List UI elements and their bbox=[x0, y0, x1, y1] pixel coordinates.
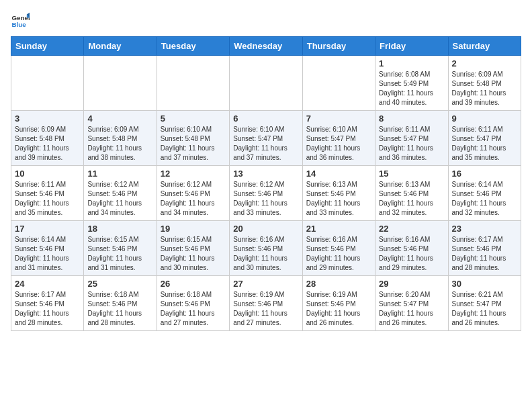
calendar-cell: 8Sunrise: 6:11 AM Sunset: 5:47 PM Daylig… bbox=[375, 111, 448, 166]
calendar-cell: 11Sunrise: 6:12 AM Sunset: 5:46 PM Dayli… bbox=[84, 166, 157, 221]
day-info: Sunrise: 6:12 AM Sunset: 5:46 PM Dayligh… bbox=[161, 180, 226, 218]
calendar-cell bbox=[157, 56, 229, 111]
day-number: 26 bbox=[161, 279, 226, 289]
calendar-cell bbox=[84, 56, 157, 111]
day-number: 27 bbox=[233, 279, 298, 289]
calendar-cell: 29Sunrise: 6:20 AM Sunset: 5:47 PM Dayli… bbox=[375, 276, 448, 331]
calendar-cell: 22Sunrise: 6:16 AM Sunset: 5:46 PM Dayli… bbox=[375, 221, 448, 276]
day-number: 2 bbox=[452, 58, 517, 68]
calendar-cell: 21Sunrise: 6:16 AM Sunset: 5:46 PM Dayli… bbox=[302, 221, 375, 276]
calendar-cell: 13Sunrise: 6:12 AM Sunset: 5:46 PM Dayli… bbox=[230, 166, 302, 221]
calendar-cell: 1Sunrise: 6:08 AM Sunset: 5:49 PM Daylig… bbox=[375, 56, 448, 111]
day-number: 3 bbox=[15, 113, 80, 124]
day-number: 12 bbox=[161, 169, 226, 179]
day-number: 19 bbox=[161, 224, 226, 234]
day-number: 29 bbox=[379, 279, 444, 289]
day-info: Sunrise: 6:14 AM Sunset: 5:46 PM Dayligh… bbox=[452, 180, 517, 218]
calendar-cell: 20Sunrise: 6:16 AM Sunset: 5:46 PM Dayli… bbox=[230, 221, 302, 276]
calendar-cell: 16Sunrise: 6:14 AM Sunset: 5:46 PM Dayli… bbox=[448, 166, 521, 221]
calendar-cell: 15Sunrise: 6:13 AM Sunset: 5:46 PM Dayli… bbox=[375, 166, 448, 221]
weekday-header: Wednesday bbox=[230, 37, 302, 56]
day-info: Sunrise: 6:10 AM Sunset: 5:47 PM Dayligh… bbox=[233, 125, 298, 163]
day-info: Sunrise: 6:17 AM Sunset: 5:46 PM Dayligh… bbox=[452, 235, 517, 273]
weekday-header: Monday bbox=[84, 37, 157, 56]
day-number: 6 bbox=[233, 113, 298, 124]
day-number: 28 bbox=[306, 279, 371, 289]
logo-icon: General Blue bbox=[11, 11, 30, 30]
day-number: 23 bbox=[452, 224, 517, 234]
calendar-header-row: SundayMondayTuesdayWednesdayThursdayFrid… bbox=[11, 37, 521, 56]
day-number: 20 bbox=[233, 224, 298, 234]
day-number: 8 bbox=[379, 113, 444, 124]
day-number: 9 bbox=[452, 113, 517, 124]
calendar-cell: 17Sunrise: 6:14 AM Sunset: 5:46 PM Dayli… bbox=[11, 221, 84, 276]
day-info: Sunrise: 6:19 AM Sunset: 5:46 PM Dayligh… bbox=[306, 290, 371, 328]
calendar-week-row: 1Sunrise: 6:08 AM Sunset: 5:49 PM Daylig… bbox=[11, 56, 521, 111]
calendar-cell: 4Sunrise: 6:09 AM Sunset: 5:48 PM Daylig… bbox=[84, 111, 157, 166]
calendar-cell: 18Sunrise: 6:15 AM Sunset: 5:46 PM Dayli… bbox=[84, 221, 157, 276]
calendar-cell: 3Sunrise: 6:09 AM Sunset: 5:48 PM Daylig… bbox=[11, 111, 84, 166]
day-number: 17 bbox=[15, 224, 80, 234]
day-number: 18 bbox=[87, 224, 152, 234]
calendar-cell: 14Sunrise: 6:13 AM Sunset: 5:46 PM Dayli… bbox=[302, 166, 375, 221]
day-number: 4 bbox=[87, 113, 152, 124]
day-info: Sunrise: 6:11 AM Sunset: 5:47 PM Dayligh… bbox=[379, 125, 444, 163]
calendar-cell: 2Sunrise: 6:09 AM Sunset: 5:48 PM Daylig… bbox=[448, 56, 521, 111]
day-info: Sunrise: 6:15 AM Sunset: 5:46 PM Dayligh… bbox=[161, 235, 226, 273]
calendar-cell: 28Sunrise: 6:19 AM Sunset: 5:46 PM Dayli… bbox=[302, 276, 375, 331]
day-info: Sunrise: 6:10 AM Sunset: 5:48 PM Dayligh… bbox=[161, 125, 226, 163]
calendar-week-row: 3Sunrise: 6:09 AM Sunset: 5:48 PM Daylig… bbox=[11, 111, 521, 166]
day-info: Sunrise: 6:16 AM Sunset: 5:46 PM Dayligh… bbox=[306, 235, 371, 273]
day-info: Sunrise: 6:16 AM Sunset: 5:46 PM Dayligh… bbox=[379, 235, 444, 273]
day-number: 13 bbox=[233, 169, 298, 179]
day-info: Sunrise: 6:12 AM Sunset: 5:46 PM Dayligh… bbox=[233, 180, 298, 218]
day-number: 22 bbox=[379, 224, 444, 234]
weekday-header: Friday bbox=[375, 37, 448, 56]
svg-text:Blue: Blue bbox=[11, 21, 26, 28]
day-info: Sunrise: 6:17 AM Sunset: 5:46 PM Dayligh… bbox=[15, 290, 80, 328]
day-number: 30 bbox=[452, 279, 517, 289]
day-number: 25 bbox=[87, 279, 152, 289]
calendar-cell: 12Sunrise: 6:12 AM Sunset: 5:46 PM Dayli… bbox=[157, 166, 229, 221]
calendar-cell: 9Sunrise: 6:11 AM Sunset: 5:47 PM Daylig… bbox=[448, 111, 521, 166]
day-info: Sunrise: 6:14 AM Sunset: 5:46 PM Dayligh… bbox=[15, 235, 80, 273]
calendar-cell bbox=[11, 56, 84, 111]
calendar-cell: 7Sunrise: 6:10 AM Sunset: 5:47 PM Daylig… bbox=[302, 111, 375, 166]
day-info: Sunrise: 6:13 AM Sunset: 5:46 PM Dayligh… bbox=[379, 180, 444, 218]
calendar-cell: 10Sunrise: 6:11 AM Sunset: 5:46 PM Dayli… bbox=[11, 166, 84, 221]
day-info: Sunrise: 6:09 AM Sunset: 5:48 PM Dayligh… bbox=[452, 70, 517, 107]
calendar-cell: 27Sunrise: 6:19 AM Sunset: 5:46 PM Dayli… bbox=[230, 276, 302, 331]
day-info: Sunrise: 6:10 AM Sunset: 5:47 PM Dayligh… bbox=[306, 125, 371, 163]
day-info: Sunrise: 6:08 AM Sunset: 5:49 PM Dayligh… bbox=[379, 70, 444, 107]
calendar-cell bbox=[302, 56, 375, 111]
day-number: 21 bbox=[306, 224, 371, 234]
day-info: Sunrise: 6:11 AM Sunset: 5:46 PM Dayligh… bbox=[15, 180, 80, 218]
weekday-header: Sunday bbox=[11, 37, 84, 56]
day-number: 14 bbox=[306, 169, 371, 179]
day-info: Sunrise: 6:18 AM Sunset: 5:46 PM Dayligh… bbox=[87, 290, 152, 328]
day-number: 7 bbox=[306, 113, 371, 124]
day-number: 11 bbox=[87, 169, 152, 179]
day-info: Sunrise: 6:16 AM Sunset: 5:46 PM Dayligh… bbox=[233, 235, 298, 273]
day-info: Sunrise: 6:19 AM Sunset: 5:46 PM Dayligh… bbox=[233, 290, 298, 328]
day-info: Sunrise: 6:20 AM Sunset: 5:47 PM Dayligh… bbox=[379, 290, 444, 328]
calendar-week-row: 24Sunrise: 6:17 AM Sunset: 5:46 PM Dayli… bbox=[11, 276, 521, 331]
calendar-table: SundayMondayTuesdayWednesdayThursdayFrid… bbox=[11, 36, 521, 331]
weekday-header: Tuesday bbox=[157, 37, 229, 56]
calendar-cell: 24Sunrise: 6:17 AM Sunset: 5:46 PM Dayli… bbox=[11, 276, 84, 331]
calendar-cell: 5Sunrise: 6:10 AM Sunset: 5:48 PM Daylig… bbox=[157, 111, 229, 166]
day-number: 15 bbox=[379, 169, 444, 179]
calendar-cell: 6Sunrise: 6:10 AM Sunset: 5:47 PM Daylig… bbox=[230, 111, 302, 166]
day-info: Sunrise: 6:15 AM Sunset: 5:46 PM Dayligh… bbox=[87, 235, 152, 273]
day-info: Sunrise: 6:11 AM Sunset: 5:47 PM Dayligh… bbox=[452, 125, 517, 163]
day-info: Sunrise: 6:13 AM Sunset: 5:46 PM Dayligh… bbox=[306, 180, 371, 218]
day-number: 16 bbox=[452, 169, 517, 179]
day-number: 10 bbox=[15, 169, 80, 179]
page-header: General Blue bbox=[11, 11, 521, 30]
calendar-cell bbox=[230, 56, 302, 111]
weekday-header: Saturday bbox=[448, 37, 521, 56]
day-info: Sunrise: 6:18 AM Sunset: 5:46 PM Dayligh… bbox=[161, 290, 226, 328]
day-number: 24 bbox=[15, 279, 80, 289]
calendar-week-row: 10Sunrise: 6:11 AM Sunset: 5:46 PM Dayli… bbox=[11, 166, 521, 221]
calendar-cell: 25Sunrise: 6:18 AM Sunset: 5:46 PM Dayli… bbox=[84, 276, 157, 331]
